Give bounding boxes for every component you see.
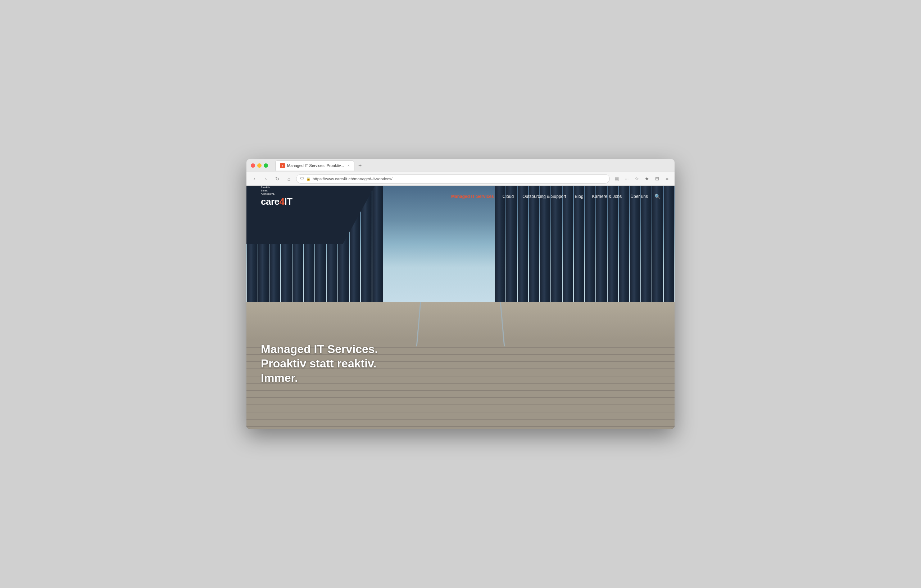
reader-view-icon[interactable]: ▤ (613, 175, 621, 183)
menu-icon[interactable]: ≡ (663, 175, 671, 183)
toolbar-right: ▤ ··· ☆ ★ ⊞ ≡ (613, 175, 671, 183)
site-header: Proaktiv. Smart. All Inclusive. care4IT … (246, 186, 675, 207)
tab-close-button[interactable]: × (348, 164, 350, 168)
search-icon[interactable]: 🔍 (654, 194, 660, 199)
hero-line2: Proaktiv statt reaktiv. (261, 356, 378, 371)
main-navigation: Managed IT Services Cloud Outsourcing & … (447, 192, 660, 201)
tagline-line1: Proaktiv. (261, 186, 275, 189)
nav-item-karriere-jobs[interactable]: Karriere & Jobs (588, 192, 626, 201)
active-tab[interactable]: 4 Managed IT Services. Proaktiv... × (275, 161, 355, 171)
bookmark-icon[interactable]: ☆ (633, 175, 641, 183)
nav-item-uber-uns[interactable]: Über uns (626, 192, 652, 201)
traffic-lights (251, 163, 268, 168)
tab-title: Managed IT Services. Proaktiv... (287, 163, 344, 168)
back-button[interactable]: ‹ (250, 174, 259, 183)
staircase (414, 302, 507, 429)
logo[interactable]: care4IT (261, 196, 293, 207)
desktop: 4 Managed IT Services. Proaktiv... × + ‹… (230, 147, 691, 441)
extensions-icon[interactable]: ⊞ (653, 175, 661, 183)
hero-title: Managed IT Services. Proaktiv statt reak… (261, 342, 378, 385)
home-button[interactable]: ⌂ (285, 174, 293, 183)
close-button[interactable] (251, 163, 255, 168)
star-icon[interactable]: ★ (643, 175, 651, 183)
website-content: Proaktiv. Smart. All Inclusive. care4IT … (246, 186, 675, 429)
browser-window: 4 Managed IT Services. Proaktiv... × + ‹… (246, 159, 675, 429)
logo-tagline: Proaktiv. Smart. All Inclusive. (261, 186, 275, 195)
nav-item-blog[interactable]: Blog (571, 192, 588, 201)
browser-toolbar: ‹ › ↻ ⌂ 🛡 🔒 https://www.care4it.ch/manag… (246, 172, 675, 186)
logo-care: care (261, 196, 280, 207)
address-bar[interactable]: 🛡 🔒 https://www.care4it.ch/managed-it-se… (296, 174, 610, 184)
nav-item-managed-it-services[interactable]: Managed IT Services (447, 192, 498, 201)
minimize-button[interactable] (257, 163, 262, 168)
browser-titlebar: 4 Managed IT Services. Proaktiv... × + (246, 159, 675, 172)
refresh-button[interactable]: ↻ (273, 174, 282, 183)
hero-line3: Immer. (261, 371, 378, 385)
hero-background (246, 186, 675, 429)
hero-line1: Managed IT Services. (261, 342, 378, 356)
nav-item-cloud[interactable]: Cloud (498, 192, 518, 201)
logo-it: IT (284, 196, 292, 207)
new-tab-button[interactable]: + (356, 161, 364, 170)
tab-bar: 4 Managed IT Services. Proaktiv... × + (275, 161, 670, 171)
railing-right (499, 302, 505, 346)
logo-area: Proaktiv. Smart. All Inclusive. care4IT (261, 186, 293, 207)
tagline-line2: Smart. (261, 189, 275, 192)
nav-item-outsourcing-support[interactable]: Outsourcing & Support (518, 192, 570, 201)
url-text: https://www.care4it.ch/managed-it-servic… (312, 177, 392, 181)
tagline-line3: All Inclusive. (261, 192, 275, 195)
forward-button[interactable]: › (262, 174, 270, 183)
more-button[interactable]: ··· (623, 175, 631, 183)
railing-left (416, 302, 422, 346)
shield-icon: 🛡 (300, 177, 304, 181)
tab-favicon: 4 (280, 163, 285, 168)
maximize-button[interactable] (264, 163, 268, 168)
hero-text-block: Managed IT Services. Proaktiv statt reak… (261, 342, 378, 385)
logo-four: 4 (280, 196, 285, 207)
lock-icon: 🔒 (306, 177, 311, 181)
